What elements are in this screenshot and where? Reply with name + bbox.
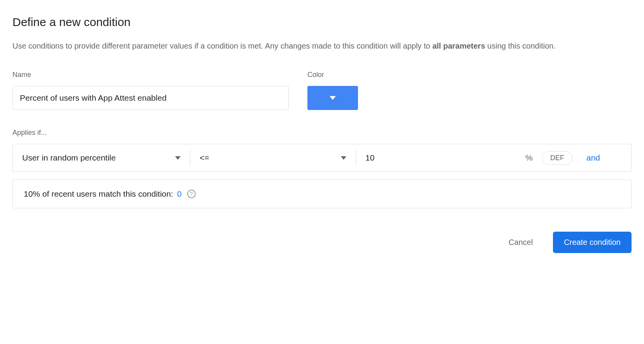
- condition-type-dropdown[interactable]: User in random percentile: [13, 144, 190, 171]
- caret-down-icon: [330, 96, 336, 100]
- operator-dropdown[interactable]: <=: [190, 144, 356, 171]
- description-bold: all parameters: [432, 42, 485, 50]
- condition-row: User in random percentile <= % DEF and: [12, 144, 632, 172]
- color-picker-button[interactable]: [307, 86, 358, 110]
- value-input[interactable]: [365, 153, 516, 162]
- help-icon[interactable]: ?: [187, 190, 196, 198]
- chevron-down-icon: [341, 156, 346, 160]
- chevron-down-icon: [175, 156, 181, 160]
- name-field-group: Name: [12, 71, 289, 110]
- condition-type-text: User in random percentile: [22, 153, 116, 162]
- applies-label: Applies if...: [12, 129, 632, 137]
- page-description: Use conditions to provide different para…: [12, 40, 632, 52]
- name-label: Name: [12, 71, 289, 79]
- match-count: 0: [177, 189, 182, 199]
- button-row: Cancel Create condition: [12, 232, 632, 253]
- description-suffix: using this condition.: [485, 42, 556, 50]
- page-title: Define a new condition: [12, 16, 632, 29]
- description-prefix: Use conditions to provide different para…: [12, 42, 432, 50]
- color-label: Color: [307, 71, 358, 79]
- color-field-group: Color: [307, 71, 358, 110]
- applies-section: Applies if... User in random percentile …: [12, 129, 632, 208]
- cancel-button[interactable]: Cancel: [501, 233, 540, 251]
- operator-text: <=: [200, 153, 209, 162]
- name-input[interactable]: [12, 86, 289, 110]
- seed-chip[interactable]: DEF: [542, 151, 572, 165]
- and-button[interactable]: and: [586, 153, 631, 162]
- match-info-box: 10% of recent users match this condition…: [12, 180, 632, 208]
- match-text: 10% of recent users match this condition…: [24, 189, 173, 199]
- unit-label: %: [525, 153, 542, 162]
- create-condition-button[interactable]: Create condition: [553, 232, 632, 253]
- field-row: Name Color: [12, 71, 632, 110]
- value-cell: [356, 144, 525, 171]
